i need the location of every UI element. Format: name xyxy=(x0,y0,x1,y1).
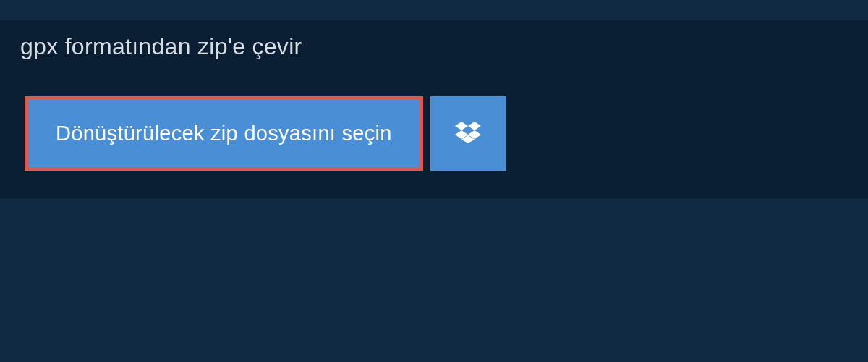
select-file-button[interactable]: Dönüştürülecek zip dosyasını seçin xyxy=(25,96,423,171)
converter-panel: gpx formatından zip'e çevir Dönüştürülec… xyxy=(0,20,868,198)
page-title: gpx formatından zip'e çevir xyxy=(0,20,326,73)
action-row: Dönüştürülecek zip dosyasını seçin xyxy=(0,73,868,171)
dropbox-button[interactable] xyxy=(430,96,506,171)
dropbox-icon xyxy=(455,119,481,148)
